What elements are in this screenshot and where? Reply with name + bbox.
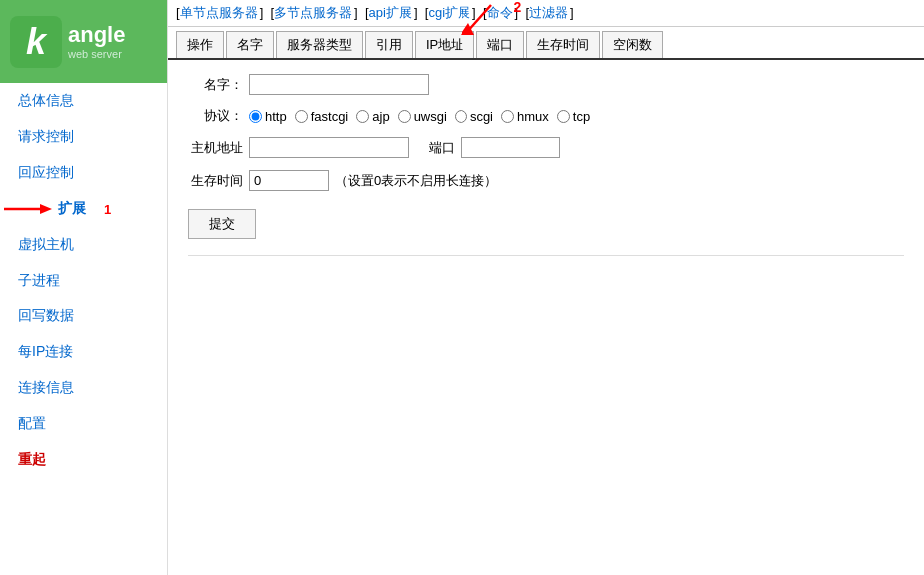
red-arrow-icon bbox=[2, 199, 52, 219]
protocol-row: 协议： http fastcgi ajp uwsgi scgi bbox=[188, 107, 904, 125]
sidebar-item-ipconn[interactable]: 每IP连接 bbox=[0, 334, 167, 370]
host-port-row: 主机地址 端口 bbox=[188, 137, 904, 158]
submit-button[interactable]: 提交 bbox=[188, 209, 256, 239]
protocol-tcp-option[interactable]: tcp bbox=[557, 109, 590, 124]
logo-text: angle web server bbox=[68, 24, 125, 60]
top-nav: [单节点服务器] [多节点服务器] [api扩展] [cgi扩展] [命令] [… bbox=[168, 0, 924, 27]
top-nav-filter[interactable]: 过滤器 bbox=[529, 5, 568, 20]
logo-area: k angle web server bbox=[0, 0, 167, 83]
sidebar-item-extension-row: 扩展 1 bbox=[0, 191, 167, 227]
ttl-hint: （设置0表示不启用长连接） bbox=[335, 172, 497, 190]
tab-idle[interactable]: 空闲数 bbox=[602, 31, 663, 58]
radio-hmux[interactable] bbox=[501, 110, 514, 123]
top-nav-multi-server[interactable]: 多节点服务器 bbox=[274, 5, 352, 20]
sidebar: k angle web server 总体信息 请求控制 回应控制 扩展 1 虚… bbox=[0, 0, 168, 575]
logo-icon: k bbox=[10, 16, 62, 68]
content-divider bbox=[188, 255, 904, 256]
sidebar-item-request[interactable]: 请求控制 bbox=[0, 119, 167, 155]
radio-tcp[interactable] bbox=[557, 110, 570, 123]
annotation-1: 1 bbox=[104, 202, 111, 217]
radio-http[interactable] bbox=[249, 110, 262, 123]
protocol-uwsgi-option[interactable]: uwsgi bbox=[398, 109, 447, 124]
sidebar-item-subprocess[interactable]: 子进程 bbox=[0, 263, 167, 298]
port-label: 端口 bbox=[429, 139, 455, 157]
protocol-hmux-option[interactable]: hmux bbox=[501, 109, 549, 124]
sidebar-item-overview[interactable]: 总体信息 bbox=[0, 83, 167, 119]
protocol-tcp-label: tcp bbox=[573, 109, 590, 124]
protocol-label: 协议： bbox=[188, 107, 243, 125]
logo-name: angle bbox=[68, 24, 125, 46]
ttl-input[interactable] bbox=[249, 170, 329, 191]
tab-name[interactable]: 名字 bbox=[226, 31, 274, 58]
ttl-row: 生存时间 （设置0表示不启用长连接） bbox=[188, 170, 904, 191]
port-input[interactable] bbox=[461, 137, 560, 158]
protocol-ajp-label: ajp bbox=[372, 109, 389, 124]
protocol-fastcgi-option[interactable]: fastcgi bbox=[295, 109, 349, 124]
name-input[interactable] bbox=[249, 74, 429, 95]
top-nav-api[interactable]: api扩展 bbox=[369, 5, 412, 20]
sidebar-item-conninfo[interactable]: 连接信息 bbox=[0, 370, 167, 406]
sidebar-item-response[interactable]: 回应控制 bbox=[0, 155, 167, 191]
red-arrow-2-icon bbox=[447, 3, 506, 38]
main-content: [单节点服务器] [多节点服务器] [api扩展] [cgi扩展] [命令] [… bbox=[168, 0, 924, 575]
protocol-ajp-option[interactable]: ajp bbox=[356, 109, 389, 124]
tab-action[interactable]: 操作 bbox=[176, 31, 224, 58]
radio-uwsgi[interactable] bbox=[398, 110, 411, 123]
annotation-2: 2 bbox=[514, 0, 522, 15]
protocol-http-option[interactable]: http bbox=[249, 109, 287, 124]
tab-reference[interactable]: 引用 bbox=[365, 31, 413, 58]
tab-server-type[interactable]: 服务器类型 bbox=[276, 31, 363, 58]
tab-ip-wrapper: IP地址 2 bbox=[415, 31, 476, 58]
sidebar-item-restart[interactable]: 重起 bbox=[0, 442, 167, 478]
protocol-scgi-label: scgi bbox=[470, 109, 493, 124]
svg-marker-1 bbox=[40, 204, 52, 214]
logo-letter: k bbox=[26, 21, 46, 63]
host-label: 主机地址 bbox=[188, 139, 243, 157]
protocol-http-label: http bbox=[265, 109, 287, 124]
radio-scgi[interactable] bbox=[455, 110, 467, 123]
form-content: 名字： 协议： http fastcgi ajp uwsgi bbox=[168, 60, 924, 575]
tab-bar: 操作 名字 服务器类型 引用 IP地址 2 端口 生存时间 空闲数 bbox=[168, 27, 924, 60]
top-nav-single-server[interactable]: 单节点服务器 bbox=[180, 5, 258, 20]
protocol-scgi-option[interactable]: scgi bbox=[455, 109, 493, 124]
submit-row: 提交 bbox=[188, 203, 904, 239]
sidebar-item-rewrite[interactable]: 回写数据 bbox=[0, 298, 167, 334]
ttl-label: 生存时间 bbox=[188, 172, 243, 190]
radio-ajp[interactable] bbox=[356, 110, 369, 123]
protocol-hmux-label: hmux bbox=[517, 109, 549, 124]
name-row: 名字： bbox=[188, 74, 904, 95]
name-label: 名字： bbox=[188, 76, 243, 94]
sidebar-item-vhost[interactable]: 虚拟主机 bbox=[0, 227, 167, 263]
protocol-uwsgi-label: uwsgi bbox=[414, 109, 447, 124]
radio-fastcgi[interactable] bbox=[295, 110, 308, 123]
logo-sub: web server bbox=[68, 48, 125, 60]
tab-ttl[interactable]: 生存时间 bbox=[526, 31, 600, 58]
sidebar-item-config[interactable]: 配置 bbox=[0, 406, 167, 442]
protocol-fastcgi-label: fastcgi bbox=[311, 109, 349, 124]
host-input[interactable] bbox=[249, 137, 409, 158]
